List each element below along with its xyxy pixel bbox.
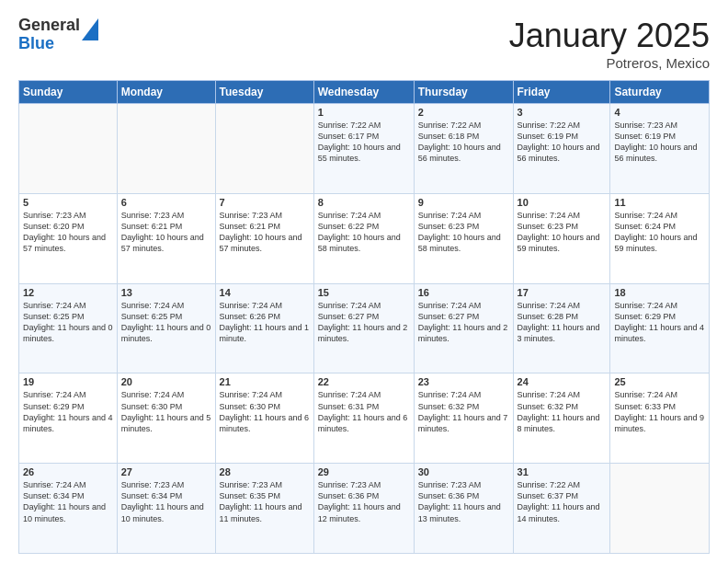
day-number: 19	[23, 376, 113, 387]
day-cell-3-1: 20Sunrise: 7:24 AM Sunset: 6:30 PM Dayli…	[117, 373, 215, 464]
day-cell-2-0: 12Sunrise: 7:24 AM Sunset: 6:25 PM Dayli…	[19, 283, 118, 373]
calendar-table: Sunday Monday Tuesday Wednesday Thursday…	[18, 80, 710, 554]
logo-text: General Blue	[18, 17, 80, 53]
day-number: 26	[23, 466, 113, 477]
day-info: Sunrise: 7:23 AM Sunset: 6:19 PM Dayligh…	[614, 121, 697, 163]
day-info: Sunrise: 7:24 AM Sunset: 6:32 PM Dayligh…	[418, 390, 508, 432]
day-info: Sunrise: 7:24 AM Sunset: 6:23 PM Dayligh…	[418, 211, 501, 253]
day-cell-1-6: 11Sunrise: 7:24 AM Sunset: 6:24 PM Dayli…	[610, 193, 710, 283]
day-info: Sunrise: 7:23 AM Sunset: 6:20 PM Dayligh…	[23, 211, 106, 253]
week-row-0: 1Sunrise: 7:22 AM Sunset: 6:17 PM Daylig…	[19, 104, 710, 194]
day-info: Sunrise: 7:22 AM Sunset: 6:19 PM Dayligh…	[518, 121, 600, 163]
day-cell-0-2	[215, 104, 313, 194]
day-number: 8	[318, 197, 410, 208]
day-cell-2-1: 13Sunrise: 7:24 AM Sunset: 6:25 PM Dayli…	[117, 283, 215, 373]
day-cell-0-6: 4Sunrise: 7:23 AM Sunset: 6:19 PM Daylig…	[610, 104, 710, 194]
day-info: Sunrise: 7:23 AM Sunset: 6:36 PM Dayligh…	[318, 480, 401, 523]
day-cell-4-4: 30Sunrise: 7:23 AM Sunset: 6:36 PM Dayli…	[414, 464, 513, 554]
day-number: 12	[23, 287, 113, 298]
week-row-2: 12Sunrise: 7:24 AM Sunset: 6:25 PM Dayli…	[19, 283, 710, 373]
day-cell-2-5: 17Sunrise: 7:24 AM Sunset: 6:28 PM Dayli…	[513, 283, 610, 373]
day-number: 9	[418, 197, 509, 208]
day-number: 29	[318, 466, 410, 477]
day-number: 13	[121, 287, 211, 298]
header-sunday: Sunday	[19, 81, 118, 104]
day-cell-1-1: 6Sunrise: 7:23 AM Sunset: 6:21 PM Daylig…	[117, 193, 215, 283]
day-info: Sunrise: 7:22 AM Sunset: 6:18 PM Dayligh…	[418, 121, 501, 163]
day-number: 21	[220, 376, 310, 387]
day-info: Sunrise: 7:24 AM Sunset: 6:29 PM Dayligh…	[23, 390, 113, 432]
day-number: 2	[418, 107, 509, 118]
calendar-page: General Blue January 2025 Potreros, Mexi…	[0, 0, 728, 563]
day-cell-2-6: 18Sunrise: 7:24 AM Sunset: 6:29 PM Dayli…	[610, 283, 710, 373]
location: Potreros, Mexico	[509, 55, 710, 71]
day-cell-4-1: 27Sunrise: 7:23 AM Sunset: 6:34 PM Dayli…	[117, 464, 215, 554]
day-cell-2-3: 15Sunrise: 7:24 AM Sunset: 6:27 PM Dayli…	[313, 283, 414, 373]
day-number: 4	[614, 107, 705, 118]
day-info: Sunrise: 7:24 AM Sunset: 6:25 PM Dayligh…	[121, 301, 211, 343]
day-number: 17	[518, 287, 607, 298]
day-cell-1-5: 10Sunrise: 7:24 AM Sunset: 6:23 PM Dayli…	[513, 193, 610, 283]
header-tuesday: Tuesday	[215, 81, 313, 104]
day-number: 30	[418, 466, 509, 477]
day-cell-0-0	[19, 104, 118, 194]
day-number: 23	[418, 376, 509, 387]
day-number: 28	[220, 466, 310, 477]
day-cell-0-4: 2Sunrise: 7:22 AM Sunset: 6:18 PM Daylig…	[414, 104, 513, 194]
day-number: 1	[318, 107, 410, 118]
day-info: Sunrise: 7:24 AM Sunset: 6:26 PM Dayligh…	[220, 301, 310, 343]
week-row-3: 19Sunrise: 7:24 AM Sunset: 6:29 PM Dayli…	[19, 373, 710, 464]
day-info: Sunrise: 7:24 AM Sunset: 6:29 PM Dayligh…	[614, 301, 704, 343]
day-number: 18	[614, 287, 705, 298]
logo-blue: Blue	[18, 35, 80, 53]
month-title: January 2025	[509, 17, 710, 55]
day-cell-4-3: 29Sunrise: 7:23 AM Sunset: 6:36 PM Dayli…	[313, 464, 414, 554]
day-number: 24	[518, 376, 607, 387]
day-number: 16	[418, 287, 509, 298]
day-cell-3-5: 24Sunrise: 7:24 AM Sunset: 6:32 PM Dayli…	[513, 373, 610, 464]
logo: General Blue	[18, 17, 98, 53]
day-info: Sunrise: 7:24 AM Sunset: 6:32 PM Dayligh…	[518, 390, 600, 432]
weekday-header-row: Sunday Monday Tuesday Wednesday Thursday…	[19, 81, 710, 104]
day-cell-0-1	[117, 104, 215, 194]
header-monday: Monday	[117, 81, 215, 104]
day-info: Sunrise: 7:24 AM Sunset: 6:23 PM Dayligh…	[518, 211, 600, 253]
day-info: Sunrise: 7:24 AM Sunset: 6:27 PM Dayligh…	[418, 301, 508, 343]
day-cell-3-6: 25Sunrise: 7:24 AM Sunset: 6:33 PM Dayli…	[610, 373, 710, 464]
title-block: January 2025 Potreros, Mexico	[509, 17, 710, 71]
day-cell-1-3: 8Sunrise: 7:24 AM Sunset: 6:22 PM Daylig…	[313, 193, 414, 283]
day-number: 22	[318, 376, 410, 387]
day-cell-2-4: 16Sunrise: 7:24 AM Sunset: 6:27 PM Dayli…	[414, 283, 513, 373]
week-row-4: 26Sunrise: 7:24 AM Sunset: 6:34 PM Dayli…	[19, 464, 710, 554]
day-number: 6	[121, 197, 211, 208]
day-info: Sunrise: 7:24 AM Sunset: 6:25 PM Dayligh…	[23, 301, 113, 343]
day-number: 25	[614, 376, 705, 387]
header-friday: Friday	[513, 81, 610, 104]
day-info: Sunrise: 7:24 AM Sunset: 6:24 PM Dayligh…	[614, 211, 697, 253]
day-cell-3-3: 22Sunrise: 7:24 AM Sunset: 6:31 PM Dayli…	[313, 373, 414, 464]
day-info: Sunrise: 7:24 AM Sunset: 6:28 PM Dayligh…	[518, 301, 600, 343]
day-info: Sunrise: 7:24 AM Sunset: 6:30 PM Dayligh…	[121, 390, 211, 432]
day-info: Sunrise: 7:23 AM Sunset: 6:36 PM Dayligh…	[418, 480, 501, 523]
day-number: 20	[121, 376, 211, 387]
day-cell-3-2: 21Sunrise: 7:24 AM Sunset: 6:30 PM Dayli…	[215, 373, 313, 464]
day-cell-0-5: 3Sunrise: 7:22 AM Sunset: 6:19 PM Daylig…	[513, 104, 610, 194]
week-row-1: 5Sunrise: 7:23 AM Sunset: 6:20 PM Daylig…	[19, 193, 710, 283]
day-cell-3-4: 23Sunrise: 7:24 AM Sunset: 6:32 PM Dayli…	[414, 373, 513, 464]
day-number: 10	[518, 197, 607, 208]
day-number: 5	[23, 197, 113, 208]
day-info: Sunrise: 7:23 AM Sunset: 6:21 PM Dayligh…	[220, 211, 302, 253]
svg-marker-0	[82, 18, 98, 40]
day-number: 15	[318, 287, 410, 298]
day-number: 3	[518, 107, 607, 118]
day-info: Sunrise: 7:24 AM Sunset: 6:33 PM Dayligh…	[614, 390, 704, 432]
day-cell-4-6	[610, 464, 710, 554]
day-info: Sunrise: 7:22 AM Sunset: 6:37 PM Dayligh…	[518, 480, 600, 523]
day-cell-1-4: 9Sunrise: 7:24 AM Sunset: 6:23 PM Daylig…	[414, 193, 513, 283]
day-info: Sunrise: 7:24 AM Sunset: 6:30 PM Dayligh…	[220, 390, 310, 432]
day-info: Sunrise: 7:24 AM Sunset: 6:34 PM Dayligh…	[23, 480, 106, 523]
day-number: 31	[518, 466, 607, 477]
day-info: Sunrise: 7:22 AM Sunset: 6:17 PM Dayligh…	[318, 121, 401, 163]
day-info: Sunrise: 7:24 AM Sunset: 6:27 PM Dayligh…	[318, 301, 408, 343]
day-number: 11	[614, 197, 705, 208]
